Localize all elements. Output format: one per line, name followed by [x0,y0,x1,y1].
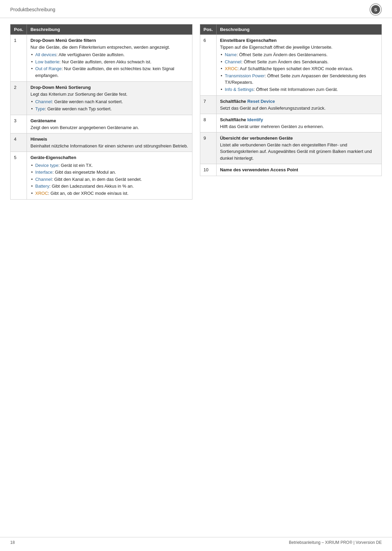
bullet-item: Out of Range: Nur Geräte auflisten, die … [30,65,188,79]
bullet-item: Device type: Gerät ist ein TX. [30,162,188,169]
table-row: 6Einstellbare EigenschaftenTippen auf di… [200,35,382,96]
table-row: 3GerätenameZeigt den vom Benutzer angege… [11,115,192,133]
bullet-item: Transmission Power: Öffnet Seite zum Anp… [220,73,378,86]
row-pos: 7 [200,96,216,114]
bullet-item: Type: Geräte werden nach Typ sortiert. [30,106,188,112]
right-table-header-row: Pos. Beschreibung [200,25,382,35]
row-desc: Schaltfläche IdentifyHilft das Gerät unt… [216,114,381,132]
bullet-item: XROC: Gibt an, ob der XROC mode ein/aus … [30,190,188,197]
left-table-header-row: Pos. Beschreibung [11,25,192,35]
bullet-item: Channel: Gibt den Kanal an, in dem das G… [30,176,188,183]
page-footer: 18 Betriebsanleitung – XIRIUM PRO® | Vor… [0,537,392,545]
bullet-item: Interface: Gibt das eingesetzte Modul an… [30,169,188,176]
bullet-item: Name: Öffnet Seite zum Ändern des Geräte… [220,51,378,58]
bullet-item: All devices: Alle verfügbaren Geräte auf… [30,51,188,58]
row-desc: GerätenameZeigt den vom Benutzer angegeb… [27,115,192,133]
left-header-pos: Pos. [11,25,27,35]
row-pos: 4 [11,133,27,152]
row-desc: Schaltfläche Reset DeviceSetzt das Gerät… [216,96,381,114]
page-header: Produktbeschreibung S [0,0,392,18]
table-row: 8Schaltfläche IdentifyHilft das Gerät un… [200,114,382,132]
svg-text:S: S [374,7,377,12]
table-row: 9Übersicht der verbundenen GeräteListet … [200,132,382,164]
row-pos: 6 [200,35,216,96]
row-desc: Drop-Down Menü Geräte filternNur die Ger… [27,35,192,82]
row-desc: Übersicht der verbundenen GeräteListet a… [216,132,381,164]
table-row: 10Name des verwendeten Access Point [200,164,382,176]
row-desc: Drop-Down Menü SortierungLegt das Kriter… [27,82,192,115]
bullet-item: Battery: Gibt den Ladezustand des Akkus … [30,183,188,190]
bullet-item: Channel: Öffnet Seite zum Ändern des Sen… [220,59,378,65]
row-pos: 1 [11,35,27,82]
row-pos: 8 [200,114,216,132]
table-row: 2Drop-Down Menü SortierungLegt das Krite… [11,82,192,115]
left-table: Pos. Beschreibung 1Drop-Down Menü Geräte… [10,24,192,200]
page-number: 18 [10,540,15,545]
bullet-item: Channel: Geräte werden nach Kanal sortie… [30,98,188,105]
row-pos: 5 [11,152,27,200]
left-table-section: Pos. Beschreibung 1Drop-Down Menü Geräte… [10,24,192,200]
row-desc: HinweisBeinhaltet nützliche Informatione… [27,133,192,152]
left-header-desc: Beschreibung [27,25,192,35]
page-title: Produktbeschreibung [10,7,55,12]
table-row: 7Schaltfläche Reset DeviceSetzt das Gerä… [200,96,382,114]
right-table-section: Pos. Beschreibung 6Einstellbare Eigensch… [200,24,382,200]
row-pos: 9 [200,132,216,164]
bullet-item: XROC: Auf Schaltfläche tippen schaltet d… [220,65,378,72]
right-header-desc: Beschreibung [216,25,381,35]
row-pos: 2 [11,82,27,115]
main-content: Pos. Beschreibung 1Drop-Down Menü Geräte… [0,18,392,220]
right-table: Pos. Beschreibung 6Einstellbare Eigensch… [200,24,382,176]
table-row: 4HinweisBeinhaltet nützliche Information… [11,133,192,152]
right-header-pos: Pos. [200,25,216,35]
row-desc: Name des verwendeten Access Point [216,164,381,176]
sennheiser-logo: S [370,3,382,16]
document-title: Betriebsanleitung – XIRIUM PRO® | Vorver… [289,540,382,545]
table-row: 5Geräte-EigenschaftenDevice type: Gerät … [11,152,192,200]
row-desc: Geräte-EigenschaftenDevice type: Gerät i… [27,152,192,200]
row-pos: 10 [200,164,216,176]
bullet-item: Low batterie: Nur Geräte auflisten, dere… [30,59,188,65]
row-pos: 3 [11,115,27,133]
row-desc: Einstellbare EigenschaftenTippen auf die… [216,35,381,96]
bullet-item: Info & Settings: Öffnet Seite mit Inform… [220,86,378,93]
table-row: 1Drop-Down Menü Geräte filternNur die Ge… [11,35,192,82]
